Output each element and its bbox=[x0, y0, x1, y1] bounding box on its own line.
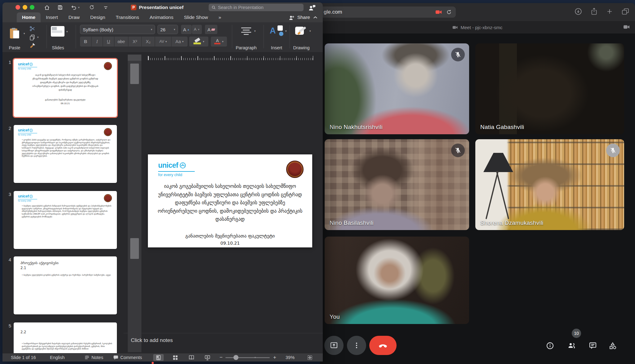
video-tile[interactable]: Natia Gabashvili bbox=[475, 43, 624, 134]
zoom-slider-track[interactable] bbox=[225, 357, 270, 358]
slide-thumbnail-4[interactable]: პროექტის აქტივობები 2.1 ბავშვთა უფლებები… bbox=[14, 256, 117, 314]
character-spacing-button[interactable]: AV▾ bbox=[155, 37, 171, 47]
end-call-button[interactable] bbox=[369, 336, 397, 355]
chat-icon[interactable] bbox=[588, 341, 598, 351]
font-size-select[interactable]: 26▾ bbox=[158, 25, 178, 34]
tab-slide-show[interactable]: Slide Show bbox=[179, 12, 213, 22]
slide-show-button[interactable] bbox=[202, 354, 213, 361]
slide-title-text[interactable]: იაკობ გოგებაშვილის სახელობის თელავის სახ… bbox=[154, 182, 306, 224]
reload-icon[interactable] bbox=[446, 9, 452, 15]
save-icon[interactable] bbox=[57, 5, 63, 10]
undo-button[interactable]: ▾ bbox=[71, 5, 80, 11]
zoom-out-button[interactable]: − bbox=[220, 353, 223, 362]
video-tile-self[interactable]: You bbox=[325, 237, 469, 324]
format-painter-icon[interactable] bbox=[29, 42, 36, 49]
new-slide-dropdown-caret[interactable]: ▾ bbox=[66, 30, 68, 33]
copy-icon[interactable] bbox=[29, 34, 35, 41]
home-icon[interactable] bbox=[44, 5, 50, 11]
slide-number: 1 bbox=[4, 60, 11, 65]
tab-meet[interactable]: Meet - pjc-xbnz-smc bbox=[452, 25, 502, 30]
zoom-slider-knob[interactable] bbox=[233, 355, 238, 360]
language-selector[interactable]: English bbox=[50, 353, 65, 362]
insert-icon[interactable]: A bbox=[270, 25, 283, 37]
participant-name: You bbox=[330, 313, 340, 320]
video-tile[interactable]: Nino Nakhutsrishvili bbox=[325, 43, 469, 134]
underline-button[interactable]: U bbox=[103, 37, 114, 47]
redo-button[interactable] bbox=[89, 5, 95, 11]
fit-slide-to-window-button[interactable] bbox=[304, 354, 315, 361]
close-window-button[interactable] bbox=[16, 5, 20, 10]
tab-overflow-chevrons[interactable]: » bbox=[213, 12, 227, 22]
notes-divider[interactable] bbox=[123, 333, 323, 333]
customize-toolbar-icon[interactable] bbox=[103, 5, 109, 10]
downloads-icon[interactable] bbox=[574, 7, 582, 16]
shrink-font-button[interactable]: A▼ bbox=[192, 25, 202, 34]
tab-design[interactable]: Design bbox=[85, 12, 110, 22]
slide-thumbnail-1[interactable]: unicef for every child იაკობ გოგებაშვილი… bbox=[14, 59, 117, 117]
slide-thumbnail-3[interactable]: unicef for every child ბავშვთა უფლებების… bbox=[14, 191, 117, 249]
share-button[interactable]: Share bbox=[297, 15, 310, 20]
unicef-tagline: for every child bbox=[158, 173, 195, 177]
subscript-button[interactable]: X₂ bbox=[142, 37, 155, 47]
thumb-body-text: ბავშვთა უფლებების ცენტრის მანდატის ჩამოყ… bbox=[22, 205, 113, 218]
tab-draw[interactable]: Draw bbox=[63, 12, 85, 22]
copy-dropdown-caret[interactable]: ▾ bbox=[37, 36, 39, 39]
clear-formatting-button[interactable]: A bbox=[205, 25, 217, 34]
minimize-window-button[interactable] bbox=[23, 5, 27, 10]
search-input[interactable]: Search in Presentation bbox=[209, 4, 304, 11]
more-options-button[interactable] bbox=[347, 336, 366, 355]
video-tile[interactable]: Shorena Dzamukashvili bbox=[475, 139, 624, 230]
paragraph-dropdown-caret[interactable]: ▾ bbox=[254, 30, 256, 33]
paragraph-icon[interactable] bbox=[240, 27, 252, 35]
bold-button[interactable]: B bbox=[80, 37, 91, 47]
change-case-button[interactable]: Aa▾ bbox=[171, 37, 188, 47]
grow-font-button[interactable]: A▲ bbox=[181, 25, 192, 34]
address-bar[interactable]: gle.com bbox=[320, 7, 456, 18]
font-color-button[interactable]: A ▾ bbox=[211, 37, 227, 47]
video-tile[interactable]: Nino Basilashvili bbox=[325, 139, 469, 230]
slide-date-text[interactable]: 09.10.21 bbox=[148, 241, 312, 246]
tab-transitions[interactable]: Transitions bbox=[110, 12, 144, 22]
reading-view-button[interactable] bbox=[186, 354, 197, 361]
normal-view-button[interactable] bbox=[153, 354, 164, 361]
slide-subtitle-text[interactable]: განათლების მეცნიერებათა ფაკულტეტი bbox=[148, 233, 312, 239]
tab-animations[interactable]: Animations bbox=[144, 12, 179, 22]
drawing-dropdown-caret[interactable]: ▾ bbox=[309, 30, 311, 33]
tab-home[interactable]: Home bbox=[17, 12, 41, 22]
paste-button[interactable] bbox=[7, 25, 22, 43]
participants-icon[interactable] bbox=[567, 341, 577, 351]
tab-overview-icon[interactable] bbox=[621, 8, 629, 15]
highlight-color-button[interactable]: ▾ bbox=[189, 37, 208, 47]
presence-contact-icon[interactable] bbox=[308, 4, 316, 11]
zoom-in-button[interactable]: + bbox=[273, 353, 276, 362]
paragraph-label: Paragraph bbox=[232, 45, 260, 50]
italic-button[interactable]: I bbox=[91, 37, 103, 47]
cut-icon[interactable] bbox=[29, 25, 36, 32]
slide-sorter-view-button[interactable] bbox=[170, 354, 180, 361]
zoom-window-button[interactable] bbox=[30, 5, 34, 10]
collapse-ribbon-chevron-icon[interactable] bbox=[313, 16, 318, 19]
notes-toggle[interactable]: Notes bbox=[84, 353, 103, 362]
new-slide-button[interactable] bbox=[51, 26, 64, 37]
undo-dropdown-caret[interactable]: ▾ bbox=[78, 6, 80, 9]
notes-placeholder[interactable]: Click to add notes bbox=[131, 337, 173, 344]
drawing-icon[interactable] bbox=[295, 26, 308, 36]
strikethrough-button[interactable]: abe bbox=[114, 37, 128, 47]
tab-insert[interactable]: Insert bbox=[41, 12, 63, 22]
activities-icon[interactable] bbox=[608, 341, 618, 351]
participant-name: Shorena Dzamukashvili bbox=[480, 220, 544, 226]
meeting-details-icon[interactable] bbox=[545, 341, 555, 351]
comments-toggle[interactable]: Comments bbox=[113, 353, 142, 362]
slide-thumbnail-2[interactable]: unicef for every child ცოდნის ჰაბის დაგე… bbox=[14, 125, 117, 183]
font-name-select[interactable]: Sylfaen (Body)▾ bbox=[80, 25, 155, 34]
browser-tab-bar: Meet - pjc-xbnz-smc bbox=[320, 21, 635, 33]
zoom-level[interactable]: 39% bbox=[286, 353, 295, 362]
superscript-button[interactable]: X² bbox=[128, 37, 141, 47]
slide-canvas[interactable]: unicef for every child იაკობ გოგებაშვილი… bbox=[148, 154, 312, 247]
ribbon-tab-bar: Home Insert Draw Design Transitions Anim… bbox=[2, 12, 323, 22]
paste-dropdown-caret[interactable]: ▾ bbox=[24, 32, 25, 35]
new-tab-icon[interactable] bbox=[606, 8, 613, 15]
present-screen-button[interactable] bbox=[324, 336, 344, 355]
share-icon[interactable] bbox=[590, 7, 598, 16]
insert-dropdown-caret[interactable]: ▾ bbox=[285, 30, 287, 33]
